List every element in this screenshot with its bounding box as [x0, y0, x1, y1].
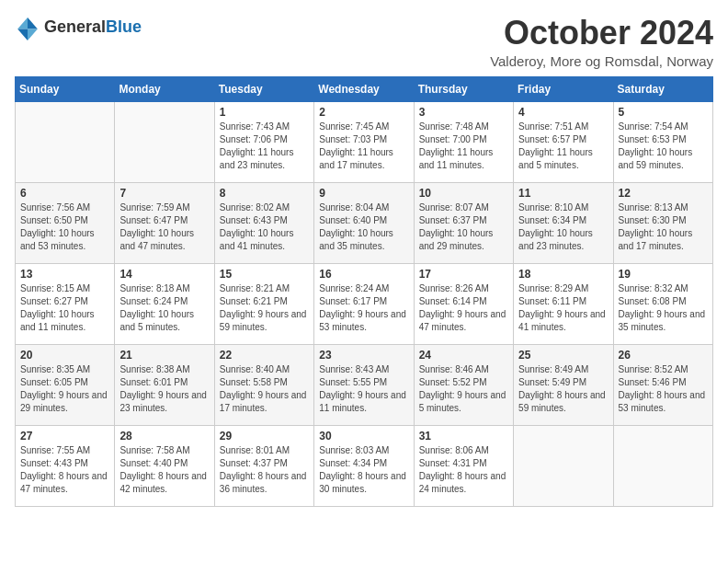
week-row-4: 20Sunrise: 8:35 AM Sunset: 6:05 PM Dayli…: [16, 344, 713, 425]
svg-marker-0: [28, 17, 38, 29]
day-info: Sunrise: 8:43 AM Sunset: 5:55 PM Dayligh…: [319, 363, 408, 415]
header-wednesday: Wednesday: [314, 76, 414, 101]
day-info: Sunrise: 8:13 AM Sunset: 6:30 PM Dayligh…: [619, 201, 708, 253]
cell-week3-day1: 14Sunrise: 8:18 AM Sunset: 6:24 PM Dayli…: [115, 263, 214, 344]
day-number: 13: [20, 268, 109, 281]
day-number: 8: [220, 187, 309, 200]
day-info: Sunrise: 7:54 AM Sunset: 6:53 PM Dayligh…: [619, 121, 708, 172]
day-info: Sunrise: 8:01 AM Sunset: 4:37 PM Dayligh…: [220, 444, 309, 496]
day-info: Sunrise: 8:04 AM Sunset: 6:40 PM Dayligh…: [319, 201, 408, 253]
day-info: Sunrise: 8:29 AM Sunset: 6:11 PM Dayligh…: [518, 282, 608, 334]
day-number: 25: [518, 349, 608, 362]
cell-week5-day5: [514, 425, 613, 506]
day-info: Sunrise: 7:48 AM Sunset: 7:00 PM Dayligh…: [419, 121, 508, 172]
day-info: Sunrise: 8:35 AM Sunset: 6:05 PM Dayligh…: [20, 363, 109, 415]
cell-week1-day2: 1Sunrise: 7:43 AM Sunset: 7:06 PM Daylig…: [214, 101, 313, 182]
cell-week1-day6: 5Sunrise: 7:54 AM Sunset: 6:53 PM Daylig…: [613, 101, 712, 182]
day-number: 3: [419, 106, 508, 119]
cell-week2-day1: 7Sunrise: 7:59 AM Sunset: 6:47 PM Daylig…: [115, 182, 214, 263]
header-friday: Friday: [514, 76, 613, 101]
day-info: Sunrise: 7:51 AM Sunset: 6:57 PM Dayligh…: [518, 121, 608, 172]
logo-icon: [15, 15, 40, 40]
day-number: 28: [119, 430, 209, 442]
cell-week1-day3: 2Sunrise: 7:45 AM Sunset: 7:03 PM Daylig…: [314, 101, 414, 182]
day-info: Sunrise: 8:32 AM Sunset: 6:08 PM Dayligh…: [619, 282, 708, 334]
day-number: 1: [220, 106, 309, 119]
day-number: 10: [419, 187, 508, 200]
day-number: 16: [319, 268, 408, 281]
cell-week1-day4: 3Sunrise: 7:48 AM Sunset: 7:00 PM Daylig…: [414, 101, 513, 182]
cell-week4-day0: 20Sunrise: 8:35 AM Sunset: 6:05 PM Dayli…: [16, 344, 115, 425]
cell-week3-day6: 19Sunrise: 8:32 AM Sunset: 6:08 PM Dayli…: [613, 263, 712, 344]
svg-marker-3: [28, 29, 38, 40]
cell-week3-day0: 13Sunrise: 8:15 AM Sunset: 6:27 PM Dayli…: [16, 263, 115, 344]
logo-general: General: [44, 17, 106, 36]
day-info: Sunrise: 8:02 AM Sunset: 6:43 PM Dayligh…: [220, 201, 309, 253]
day-info: Sunrise: 8:06 AM Sunset: 4:31 PM Dayligh…: [419, 444, 508, 496]
header-thursday: Thursday: [414, 76, 513, 101]
day-number: 2: [319, 106, 408, 119]
cell-week3-day4: 17Sunrise: 8:26 AM Sunset: 6:14 PM Dayli…: [414, 263, 513, 344]
day-number: 20: [20, 349, 109, 362]
cell-week5-day4: 31Sunrise: 8:06 AM Sunset: 4:31 PM Dayli…: [414, 425, 513, 506]
day-number: 14: [119, 268, 209, 281]
cell-week4-day4: 24Sunrise: 8:46 AM Sunset: 5:52 PM Dayli…: [414, 344, 513, 425]
week-row-2: 6Sunrise: 7:56 AM Sunset: 6:50 PM Daylig…: [16, 182, 713, 263]
logo-text: GeneralBlue: [44, 18, 142, 37]
day-number: 30: [319, 430, 408, 442]
week-row-1: 1Sunrise: 7:43 AM Sunset: 7:06 PM Daylig…: [16, 101, 713, 182]
title-block: October 2024 Valderoy, More og Romsdal, …: [490, 15, 713, 69]
day-number: 11: [518, 187, 608, 200]
day-info: Sunrise: 8:21 AM Sunset: 6:21 PM Dayligh…: [220, 282, 309, 334]
cell-week5-day0: 27Sunrise: 7:55 AM Sunset: 4:43 PM Dayli…: [16, 425, 115, 506]
day-number: 7: [119, 187, 209, 200]
page-header: GeneralBlue October 2024 Valderoy, More …: [15, 15, 713, 69]
calendar-table: Sunday Monday Tuesday Wednesday Thursday…: [15, 76, 713, 507]
day-info: Sunrise: 8:49 AM Sunset: 5:49 PM Dayligh…: [518, 363, 608, 415]
cell-week2-day6: 12Sunrise: 8:13 AM Sunset: 6:30 PM Dayli…: [613, 182, 712, 263]
day-number: 9: [319, 187, 408, 200]
calendar-title: October 2024: [490, 15, 713, 52]
cell-week5-day3: 30Sunrise: 8:03 AM Sunset: 4:34 PM Dayli…: [314, 425, 414, 506]
day-info: Sunrise: 8:40 AM Sunset: 5:58 PM Dayligh…: [220, 363, 309, 415]
cell-week1-day1: [115, 101, 214, 182]
cell-week1-day5: 4Sunrise: 7:51 AM Sunset: 6:57 PM Daylig…: [514, 101, 613, 182]
day-info: Sunrise: 7:55 AM Sunset: 4:43 PM Dayligh…: [20, 444, 109, 496]
cell-week3-day2: 15Sunrise: 8:21 AM Sunset: 6:21 PM Dayli…: [214, 263, 313, 344]
cell-week2-day3: 9Sunrise: 8:04 AM Sunset: 6:40 PM Daylig…: [314, 182, 414, 263]
cell-week1-day0: [16, 101, 115, 182]
cell-week2-day2: 8Sunrise: 8:02 AM Sunset: 6:43 PM Daylig…: [214, 182, 313, 263]
cell-week3-day3: 16Sunrise: 8:24 AM Sunset: 6:17 PM Dayli…: [314, 263, 414, 344]
logo: GeneralBlue: [15, 15, 142, 40]
day-number: 29: [220, 430, 309, 442]
day-info: Sunrise: 7:59 AM Sunset: 6:47 PM Dayligh…: [119, 201, 209, 253]
day-number: 6: [20, 187, 109, 200]
day-number: 5: [619, 106, 708, 119]
header-tuesday: Tuesday: [214, 76, 313, 101]
cell-week4-day5: 25Sunrise: 8:49 AM Sunset: 5:49 PM Dayli…: [514, 344, 613, 425]
day-number: 21: [119, 349, 209, 362]
week-row-5: 27Sunrise: 7:55 AM Sunset: 4:43 PM Dayli…: [16, 425, 713, 506]
day-info: Sunrise: 8:52 AM Sunset: 5:46 PM Dayligh…: [619, 363, 708, 415]
cell-week5-day1: 28Sunrise: 7:58 AM Sunset: 4:40 PM Dayli…: [115, 425, 214, 506]
cell-week2-day0: 6Sunrise: 7:56 AM Sunset: 6:50 PM Daylig…: [16, 182, 115, 263]
day-info: Sunrise: 7:45 AM Sunset: 7:03 PM Dayligh…: [319, 121, 408, 172]
day-number: 24: [419, 349, 508, 362]
header-sunday: Sunday: [16, 76, 115, 101]
svg-marker-2: [17, 29, 28, 40]
day-number: 23: [319, 349, 408, 362]
day-info: Sunrise: 8:24 AM Sunset: 6:17 PM Dayligh…: [319, 282, 408, 334]
day-info: Sunrise: 8:46 AM Sunset: 5:52 PM Dayligh…: [419, 363, 508, 415]
svg-marker-1: [17, 17, 28, 29]
cell-week5-day6: [613, 425, 712, 506]
day-number: 26: [619, 349, 708, 362]
day-info: Sunrise: 8:07 AM Sunset: 6:37 PM Dayligh…: [419, 201, 508, 253]
cell-week3-day5: 18Sunrise: 8:29 AM Sunset: 6:11 PM Dayli…: [514, 263, 613, 344]
day-number: 19: [619, 268, 708, 281]
cell-week4-day6: 26Sunrise: 8:52 AM Sunset: 5:46 PM Dayli…: [613, 344, 712, 425]
day-info: Sunrise: 8:15 AM Sunset: 6:27 PM Dayligh…: [20, 282, 109, 334]
calendar-subtitle: Valderoy, More og Romsdal, Norway: [490, 53, 713, 69]
header-saturday: Saturday: [613, 76, 712, 101]
day-number: 18: [518, 268, 608, 281]
day-info: Sunrise: 8:10 AM Sunset: 6:34 PM Dayligh…: [518, 201, 608, 253]
